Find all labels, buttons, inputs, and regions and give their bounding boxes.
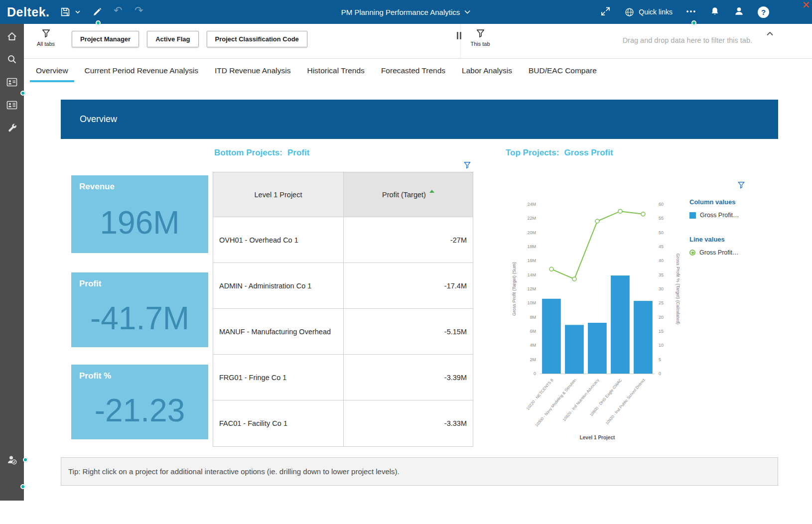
left-axis-tick: 14M (527, 272, 536, 277)
profit-cell: -5.15M (344, 309, 473, 354)
filter-drop-zone[interactable]: Drag and drop data here to filter this t… (623, 36, 752, 44)
title-chevron-down-icon (464, 9, 471, 14)
search-icon (6, 53, 18, 65)
chart-bar[interactable] (565, 325, 584, 374)
filter-bar: All tabs Project Manager Active Flag Pro… (24, 24, 812, 59)
indicator-dot (23, 457, 28, 462)
sidebar-contact-card-button[interactable] (0, 71, 24, 94)
tab-labor-analysis[interactable]: Labor Analysis (462, 59, 512, 82)
table-row[interactable]: MANUF - Manufacturing Overhead -5.15M (213, 309, 473, 355)
expand-button[interactable] (600, 5, 611, 18)
redo-icon[interactable]: ↷ (135, 4, 143, 16)
more-options-button[interactable] (685, 6, 696, 18)
chart-bar[interactable] (542, 299, 561, 374)
kpi-value: -21.23 (71, 381, 208, 439)
title-metric: Gross Profit (564, 148, 613, 158)
indicator-dot (691, 20, 696, 25)
column-header-label: Profit (Target) (382, 191, 426, 199)
chart-point[interactable] (641, 212, 645, 216)
contact-card-icon (6, 76, 18, 88)
quick-links-label: Quick links (639, 8, 673, 16)
save-button[interactable] (60, 6, 71, 17)
sidebar-tools-button[interactable] (0, 117, 24, 139)
close-icon[interactable] (803, 1, 810, 10)
sidebar-search-button[interactable] (0, 48, 24, 71)
left-axis-tick: 8M (530, 315, 536, 320)
chart-bar[interactable] (611, 275, 630, 374)
combo-chart-svg: 02M4M6M8M10M12M14M16M18M20M22M24M0510152… (509, 195, 688, 444)
sidebar-home-button[interactable] (0, 25, 24, 48)
all-tabs-filter[interactable]: All tabs (30, 29, 62, 47)
app-title-dropdown[interactable]: PM Planning Performance Analytics (341, 0, 471, 24)
chart-bar[interactable] (634, 301, 653, 374)
save-menu-chevron-icon[interactable] (75, 9, 81, 15)
indicator-dot (96, 20, 101, 25)
tab-current-period-revenue-analysis[interactable]: Current Period Revenue Analysis (85, 59, 198, 82)
filter-bar-drag-handle[interactable] (457, 32, 461, 39)
this-tab-filter[interactable]: This tab (464, 29, 496, 47)
table-row[interactable]: OVH01 - Overhead Co 1 -27M (213, 217, 473, 263)
top-projects-title: Top Projects: Gross Profit (506, 148, 613, 158)
right-axis-tick: 50 (659, 230, 664, 235)
this-tab-label: This tab (470, 41, 490, 47)
filter-pill-active-flag[interactable]: Active Flag (147, 31, 198, 47)
tab-forecasted-trends[interactable]: Forecasted Trends (381, 59, 445, 82)
help-icon: ? (758, 6, 769, 18)
right-axis-title: Gross Profit % (Target) (Calculated) (676, 254, 680, 325)
column-header-level1-project[interactable]: Level 1 Project (213, 172, 344, 217)
project-cell: OVH01 - Overhead Co 1 (213, 217, 344, 262)
chart-point[interactable] (618, 209, 622, 213)
dashboard-tabs: Overview Current Period Revenue Analysis… (24, 59, 812, 82)
right-axis-tick: 5 (659, 357, 661, 362)
legend-column-swatch (689, 212, 696, 219)
table-row[interactable]: ADMIN - Administration Co 1 -17.4M (213, 263, 473, 309)
tab-overview[interactable]: Overview (36, 59, 68, 82)
filter-funnel-icon (463, 161, 471, 169)
chart-point[interactable] (572, 277, 576, 281)
project-cell: FRG01 - Fringe Co 1 (213, 355, 344, 400)
notifications-button[interactable] (709, 6, 720, 18)
tab-bud-eac-compare[interactable]: BUD/EAC Compare (529, 59, 597, 82)
filter-pill-project-manager[interactable]: Project Manager (72, 31, 139, 47)
profile-button[interactable] (733, 5, 745, 18)
kpi-card-profit-pct: Profit % -21.23 (71, 365, 208, 439)
tab-itd-revenue-analysis[interactable]: ITD Revenue Analysis (215, 59, 291, 82)
tip-bar: Tip: Right click on a project for additi… (61, 457, 778, 486)
deltek-logo: Deltek. (7, 0, 49, 24)
right-axis-tick: 25 (659, 300, 664, 305)
indicator-dot (20, 91, 25, 96)
left-axis-tick: 18M (527, 244, 536, 249)
right-axis-tick: 20 (659, 315, 664, 320)
right-axis-tick: 0 (659, 371, 661, 376)
table-row[interactable]: FAC01 - Facility Co 1 -3.33M (213, 400, 473, 446)
chart-point[interactable] (549, 267, 553, 271)
table-filter-button[interactable] (463, 161, 471, 171)
filter-pill-project-classification-code[interactable]: Project Classification Code (207, 31, 307, 47)
bottom-projects-title: Bottom Projects: Profit (214, 148, 309, 158)
title-metric: Profit (287, 148, 309, 158)
title-prefix: Top Projects: (506, 148, 559, 158)
bell-icon (709, 6, 720, 17)
kpi-card-profit: Profit -41.7M (71, 272, 208, 347)
sidebar-approvals-button[interactable] (0, 448, 24, 471)
bottom-projects-table: Level 1 Project Profit (Target) OVH01 - … (213, 172, 473, 447)
x-category-label: 10300 - Navy Modeling & Simulatn (534, 378, 577, 428)
chart-point[interactable] (595, 219, 599, 223)
table-header-row: Level 1 Project Profit (Target) (213, 172, 473, 217)
tab-historical-trends[interactable]: Historical Trends (307, 59, 364, 82)
help-button[interactable]: ? (758, 6, 769, 18)
quick-links-button[interactable]: Quick links (624, 7, 673, 17)
column-header-profit-target[interactable]: Profit (Target) (344, 172, 473, 217)
chart-filter-button[interactable] (737, 181, 745, 191)
collapse-filter-bar-button[interactable] (766, 30, 774, 39)
edit-pencil-button[interactable] (92, 6, 103, 17)
profit-cell: -17.4M (344, 263, 473, 308)
chart-bar[interactable] (588, 323, 607, 374)
undo-icon[interactable]: ↶ (114, 4, 123, 16)
left-axis-tick: 24M (527, 202, 536, 207)
profit-cell: -3.33M (344, 400, 473, 446)
all-tabs-label: All tabs (37, 41, 55, 47)
legend-column-label: Gross Profit… (700, 212, 739, 219)
table-row[interactable]: FRG01 - Fringe Co 1 -3.39M (213, 355, 473, 400)
sidebar-resources-button[interactable] (0, 94, 24, 117)
